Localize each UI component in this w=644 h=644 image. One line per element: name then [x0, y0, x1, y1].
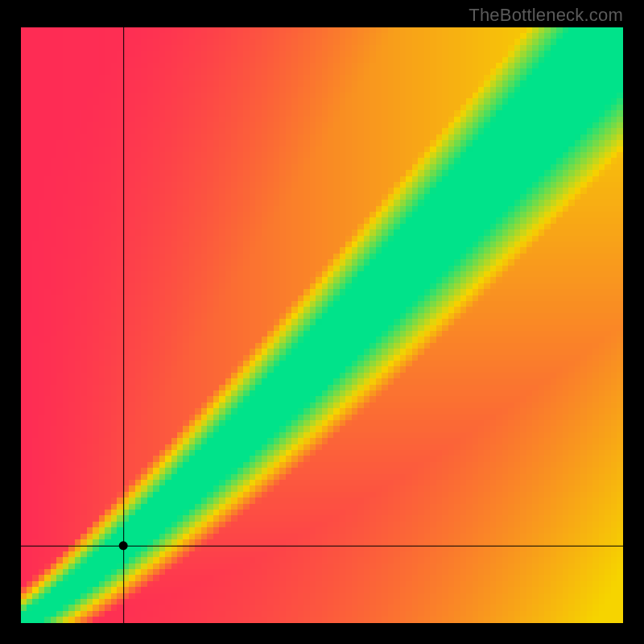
heatmap-plot	[21, 27, 623, 623]
chart-container: TheBottleneck.com	[0, 0, 644, 644]
watermark-text: TheBottleneck.com	[469, 5, 623, 26]
heatmap-canvas	[21, 27, 623, 623]
